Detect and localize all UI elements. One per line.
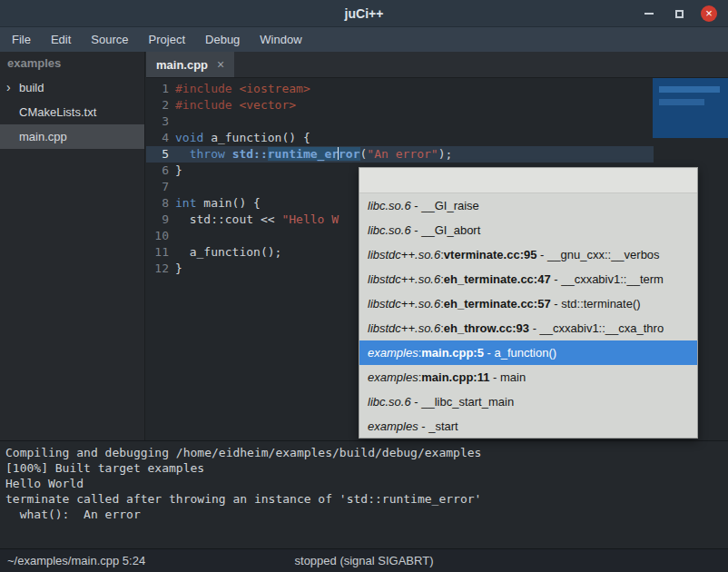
- code-text: }: [169, 163, 182, 177]
- line-number: 3: [146, 113, 169, 130]
- tree-item-label: main.cpp: [19, 130, 67, 143]
- titlebar[interactable]: juCi++ ×: [0, 0, 728, 27]
- close-button[interactable]: ×: [701, 5, 717, 22]
- window-title: juCi++: [345, 6, 384, 21]
- tab-main-cpp[interactable]: main.cpp ×: [146, 52, 234, 77]
- backtrace-library: libstdc++.so.6: [368, 321, 440, 335]
- backtrace-item[interactable]: libstdc++.so.6:eh_throw.cc:93 - __cxxabi…: [359, 316, 697, 340]
- tree-item-label: CMakeLists.txt: [19, 105, 96, 119]
- code-text: throw std::runtime_error("An error");: [169, 147, 452, 161]
- menu-item-debug[interactable]: Debug: [195, 27, 250, 52]
- menu-item-source[interactable]: Source: [81, 27, 138, 52]
- tree-item-main-cpp[interactable]: main.cpp: [0, 124, 144, 149]
- line-number: 8: [146, 195, 169, 212]
- backtrace-item[interactable]: libc.so.6 - __libc_start_main: [359, 390, 697, 414]
- output-line: Compiling and debugging /home/eidheim/ex…: [5, 445, 723, 460]
- code-text: [169, 114, 175, 128]
- output-line: [100%] Built target examples: [5, 460, 723, 476]
- code-token: #include: [175, 82, 239, 95]
- menu-item-edit[interactable]: Edit: [41, 27, 81, 52]
- code-token: }: [175, 261, 182, 275]
- code-line[interactable]: 5 throw std::runtime_error("An error");: [146, 146, 728, 163]
- file-tree-panel: examples ›buildCMakeLists.txtmain.cpp: [0, 52, 145, 440]
- line-number: 4: [146, 130, 169, 146]
- output-line: Hello World: [5, 476, 723, 491]
- status-bar: ~/examples/main.cpp 5:24 stopped (signal…: [0, 548, 728, 572]
- minimize-button[interactable]: [641, 5, 657, 22]
- line-number: 1: [146, 81, 169, 97]
- backtrace-item[interactable]: libc.so.6 - __GI_abort: [359, 218, 697, 242]
- line-number: 7: [146, 179, 169, 195]
- restore-button[interactable]: [671, 5, 687, 22]
- tree-item-build[interactable]: ›build: [0, 75, 144, 100]
- backtrace-location: vterminate.cc:95: [444, 248, 537, 261]
- backtrace-item[interactable]: libc.so.6 - __GI_raise: [359, 193, 697, 218]
- output-line: terminate called after throwing an insta…: [5, 491, 723, 507]
- code-token: throw: [190, 147, 225, 161]
- backtrace-library: examples: [368, 370, 418, 384]
- code-text: [169, 229, 175, 242]
- code-text: void a_function() {: [169, 131, 310, 144]
- code-token: runtime_er: [268, 147, 339, 161]
- backtrace-library: libstdc++.so.6: [368, 248, 440, 261]
- code-line[interactable]: 1#include <iostream>: [146, 81, 728, 97]
- restore-icon: [675, 10, 684, 18]
- code-token: [175, 147, 190, 161]
- code-text: std::cout << "Hello W: [169, 212, 339, 226]
- file-tree: ›buildCMakeLists.txtmain.cpp: [0, 75, 144, 149]
- backtrace-item[interactable]: libstdc++.so.6:eh_terminate.cc:47 - __cx…: [359, 267, 697, 291]
- code-token: a_function() {: [203, 131, 310, 144]
- backtrace-library: examples: [368, 419, 418, 433]
- code-line[interactable]: 2#include <vector>: [146, 97, 728, 113]
- backtrace-item[interactable]: examples:main.cpp:5 - a_function(): [359, 340, 697, 365]
- line-number: 2: [146, 97, 169, 113]
- line-number: 10: [146, 228, 169, 244]
- backtrace-item[interactable]: examples:main.cpp:11 - main: [359, 365, 697, 390]
- line-number: 11: [146, 244, 169, 261]
- tree-item-cmakelists-txt[interactable]: CMakeLists.txt: [0, 100, 144, 124]
- code-token: "An error": [367, 147, 438, 161]
- menu-bar: FileEditSourceProjectDebugWindow: [0, 27, 728, 52]
- chevron-right-icon[interactable]: ›: [6, 75, 11, 100]
- code-token: }: [175, 163, 182, 177]
- code-token: "Hello W: [281, 212, 339, 226]
- code-text: }: [169, 261, 182, 275]
- code-token: ror: [339, 147, 359, 161]
- backtrace-library: examples: [368, 346, 418, 360]
- code-token: <iostream>: [239, 82, 310, 95]
- backtrace-item[interactable]: examples - _start: [359, 414, 697, 439]
- backtrace-library: libstdc++.so.6: [368, 272, 440, 286]
- backtrace-item[interactable]: libstdc++.so.6:eh_terminate.cc:57 - std:…: [359, 291, 697, 316]
- menu-item-file[interactable]: File: [2, 27, 41, 52]
- menu-item-window[interactable]: Window: [250, 27, 311, 52]
- juci-window: juCi++ × FileEditSourceProjectDebugWindo…: [0, 0, 728, 572]
- backtrace-list: libc.so.6 - __GI_raiselibc.so.6 - __GI_a…: [359, 193, 697, 439]
- backtrace-library: libc.so.6: [368, 199, 411, 212]
- backtrace-popup: libc.so.6 - __GI_raiselibc.so.6 - __GI_a…: [359, 167, 698, 439]
- backtrace-location: main.cpp:11: [421, 370, 489, 384]
- code-token: a_function();: [175, 245, 281, 259]
- tab-bar: main.cpp ×: [146, 52, 728, 78]
- backtrace-library: libc.so.6: [368, 223, 411, 237]
- code-token: std::cout <<: [175, 212, 281, 226]
- tab-close-icon[interactable]: ×: [217, 57, 224, 72]
- output-line: what(): An error: [5, 507, 723, 522]
- minimize-icon: [644, 13, 654, 15]
- status-debug-state: stopped (signal SIGABRT): [0, 549, 728, 572]
- backtrace-item[interactable]: libstdc++.so.6:vterminate.cc:95 - __gnu_…: [359, 242, 697, 267]
- tab-label: main.cpp: [156, 58, 208, 72]
- code-line[interactable]: 4void a_function() {: [146, 130, 728, 146]
- code-token: #include: [175, 98, 239, 112]
- code-line[interactable]: 3: [146, 113, 728, 130]
- code-text: #include <vector>: [169, 98, 296, 112]
- backtrace-location: eh_terminate.cc:47: [444, 272, 551, 286]
- backtrace-popup-header: [359, 168, 697, 193]
- menu-item-project[interactable]: Project: [139, 27, 195, 52]
- backtrace-library: libstdc++.so.6: [368, 297, 440, 311]
- close-icon: ×: [705, 5, 713, 22]
- output-panel[interactable]: Compiling and debugging /home/eidheim/ex…: [0, 440, 728, 548]
- backtrace-library: libc.so.6: [368, 395, 411, 409]
- line-number: 6: [146, 163, 169, 179]
- window-controls: ×: [641, 0, 717, 27]
- code-token: [225, 147, 232, 161]
